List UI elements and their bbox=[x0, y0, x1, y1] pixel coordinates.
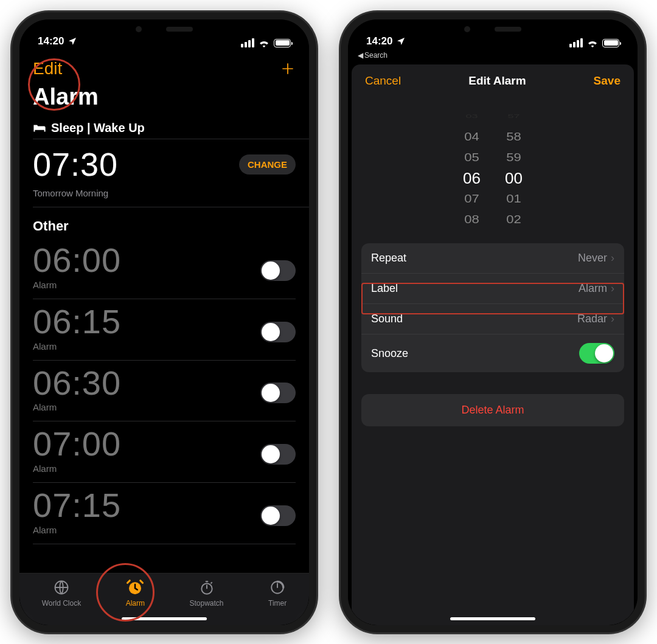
home-indicator[interactable] bbox=[122, 617, 207, 620]
location-arrow-icon bbox=[68, 36, 77, 46]
picker-value: 04 bbox=[464, 128, 479, 146]
page-title: Alarm bbox=[19, 84, 309, 115]
alarm-toggle[interactable] bbox=[260, 444, 296, 465]
picker-value: 02 bbox=[506, 211, 521, 227]
alarm-item[interactable]: 07:00 Alarm bbox=[19, 421, 309, 483]
cellular-signal-icon bbox=[241, 38, 254, 47]
phone-right: 14:20 ◀ Search Cancel Edit Alarm S bbox=[341, 12, 645, 632]
tab-label: Alarm bbox=[126, 599, 145, 608]
picker-value: 01 bbox=[506, 190, 521, 208]
alarm-list: 06:00 Alarm 06:15 Alarm 06:30 Alarm 07:0… bbox=[19, 238, 309, 544]
modal-title: Edit Alarm bbox=[468, 74, 526, 88]
repeat-row[interactable]: Repeat Never › bbox=[361, 243, 624, 274]
picker-value: 59 bbox=[506, 149, 521, 167]
chevron-left-icon: ◀ bbox=[358, 51, 363, 60]
picker-value: 57 bbox=[507, 111, 520, 122]
timer-icon bbox=[268, 578, 287, 597]
alarm-time: 07:00 bbox=[33, 426, 121, 462]
alarm-toggle[interactable] bbox=[260, 505, 296, 526]
picker-value: 08 bbox=[464, 211, 479, 227]
alarm-item[interactable]: 06:30 Alarm bbox=[19, 361, 309, 422]
label-row[interactable]: Label Alarm › bbox=[361, 274, 624, 304]
alarm-label: Alarm bbox=[33, 279, 121, 299]
globe-icon bbox=[52, 578, 71, 597]
save-button[interactable]: Save bbox=[594, 74, 620, 88]
status-time: 14:20 bbox=[366, 35, 392, 47]
picker-value: 05 bbox=[464, 149, 479, 167]
sleep-section-header: Sleep | Wake Up bbox=[19, 115, 309, 139]
tab-timer[interactable]: Timer bbox=[268, 578, 287, 608]
notch bbox=[109, 19, 219, 39]
change-button[interactable]: CHANGE bbox=[239, 154, 296, 175]
repeat-value: Never bbox=[578, 252, 607, 265]
bed-icon bbox=[33, 123, 46, 133]
tab-label: Timer bbox=[268, 599, 287, 608]
cancel-button[interactable]: Cancel bbox=[365, 74, 401, 88]
tab-stopwatch[interactable]: Stopwatch bbox=[189, 578, 223, 608]
alarm-time: 07:15 bbox=[33, 488, 121, 524]
tab-label: Stopwatch bbox=[189, 599, 223, 608]
alarm-item[interactable]: 07:15 Alarm bbox=[19, 483, 309, 544]
back-to-search[interactable]: ◀ Search bbox=[348, 50, 638, 60]
snooze-label: Snooze bbox=[371, 347, 408, 360]
location-arrow-icon bbox=[396, 36, 406, 46]
wifi-icon bbox=[586, 39, 599, 47]
sound-row[interactable]: Sound Radar › bbox=[361, 304, 624, 334]
nav-bar: Edit bbox=[19, 50, 309, 84]
picker-value: 07 bbox=[464, 190, 479, 208]
snooze-toggle[interactable] bbox=[579, 343, 614, 364]
hour-column[interactable]: 03040506070809 bbox=[463, 106, 481, 227]
picker-value: 03 bbox=[466, 111, 478, 122]
notch bbox=[438, 19, 548, 39]
alarm-item[interactable]: 06:15 Alarm bbox=[19, 299, 309, 361]
alarm-label: Alarm bbox=[33, 340, 121, 360]
battery-icon bbox=[274, 39, 291, 47]
alarm-toggle[interactable] bbox=[260, 260, 296, 281]
snooze-row: Snooze bbox=[361, 334, 624, 372]
divider bbox=[33, 544, 296, 544]
add-alarm-button[interactable] bbox=[280, 61, 296, 77]
battery-icon bbox=[602, 39, 619, 47]
delete-alarm-button[interactable]: Delete Alarm bbox=[361, 394, 624, 426]
minute-column[interactable]: 57585900010203 bbox=[505, 106, 523, 227]
picker-value: 58 bbox=[506, 128, 521, 146]
sleep-alarm-time: 07:30 bbox=[33, 145, 118, 183]
label-value: Alarm bbox=[579, 282, 607, 295]
phone-left: 14:20 Edit Alarm bbox=[12, 12, 316, 632]
cellular-signal-icon bbox=[569, 38, 583, 47]
time-picker[interactable]: 03040506070809 57585900010203 bbox=[352, 106, 634, 227]
alarm-clock-icon bbox=[126, 578, 144, 597]
picker-value: 00 bbox=[505, 168, 523, 189]
edit-alarm-nav: Cancel Edit Alarm Save bbox=[352, 64, 634, 94]
repeat-label: Repeat bbox=[371, 252, 406, 265]
alarm-label: Alarm bbox=[33, 524, 121, 544]
sleep-section-label: Sleep | Wake Up bbox=[51, 121, 145, 135]
picker-value: 06 bbox=[463, 168, 481, 189]
alarm-toggle[interactable] bbox=[260, 383, 296, 403]
label-label: Label bbox=[371, 282, 398, 295]
other-section-header: Other bbox=[19, 207, 309, 238]
wifi-icon bbox=[258, 39, 270, 47]
tab-world-clock[interactable]: World Clock bbox=[42, 578, 81, 608]
alarm-time: 06:30 bbox=[33, 365, 121, 401]
tab-label: World Clock bbox=[42, 599, 81, 608]
edit-button[interactable]: Edit bbox=[33, 59, 62, 78]
tab-alarm[interactable]: Alarm bbox=[126, 578, 145, 608]
sleep-subtitle: Tomorrow Morning bbox=[19, 188, 309, 207]
tab-bar: World Clock Alarm Stopwatch Timer bbox=[19, 573, 309, 625]
back-label: Search bbox=[364, 51, 388, 60]
chevron-right-icon: › bbox=[611, 282, 614, 295]
picker-selection-band bbox=[359, 156, 627, 179]
alarm-item[interactable]: 06:00 Alarm bbox=[19, 238, 309, 299]
alarm-toggle[interactable] bbox=[260, 322, 296, 342]
home-indicator[interactable] bbox=[450, 617, 535, 620]
alarm-label: Alarm bbox=[33, 462, 121, 482]
status-time: 14:20 bbox=[38, 35, 64, 47]
alarm-label: Alarm bbox=[33, 401, 121, 421]
alarm-settings-group: Repeat Never › Label Alarm › Sound bbox=[361, 243, 624, 372]
sound-label: Sound bbox=[371, 313, 403, 325]
stopwatch-icon bbox=[198, 578, 216, 597]
alarm-time: 06:00 bbox=[33, 243, 121, 279]
sound-value: Radar bbox=[577, 313, 607, 325]
chevron-right-icon: › bbox=[611, 313, 614, 325]
